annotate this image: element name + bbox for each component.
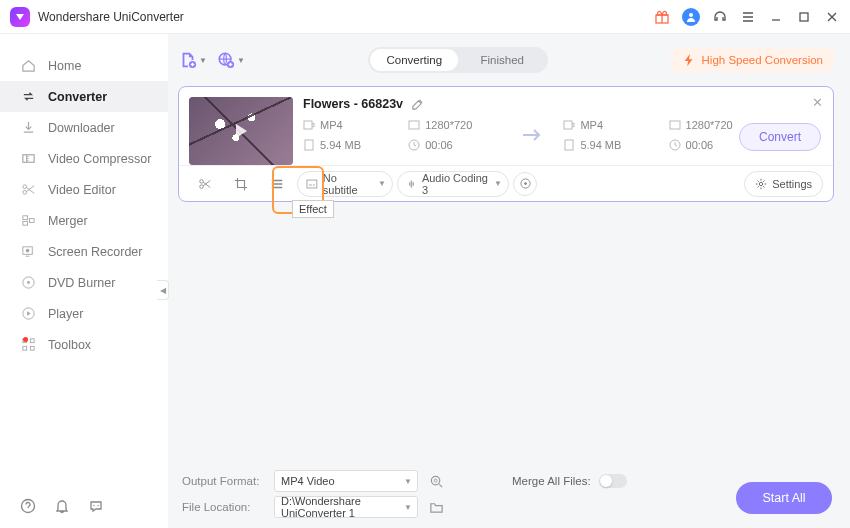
video-thumbnail[interactable]: [189, 97, 293, 165]
svg-rect-16: [22, 346, 26, 350]
compress-icon: [20, 151, 36, 167]
audio-value: Audio Coding 3: [422, 172, 490, 196]
video-icon: [563, 119, 575, 131]
tab-converting[interactable]: Converting: [370, 49, 458, 71]
avatar-icon[interactable]: [682, 8, 700, 26]
sidebar-item-recorder[interactable]: Screen Recorder: [0, 236, 168, 267]
info-button[interactable]: [513, 172, 537, 196]
tab-finished[interactable]: Finished: [458, 49, 546, 71]
subtitle-icon: [306, 178, 318, 190]
converter-icon: [20, 89, 36, 105]
settings-button[interactable]: Settings: [744, 171, 823, 197]
file-toolbar: No subtitle▼ Audio Coding 3▼ Settings: [179, 165, 833, 201]
sidebar-item-downloader[interactable]: Downloader: [0, 112, 168, 143]
audio-select[interactable]: Audio Coding 3▼: [397, 171, 509, 197]
add-url-button[interactable]: ▼: [216, 46, 246, 74]
file-location-label: File Location:: [182, 501, 264, 513]
svg-rect-24: [304, 121, 312, 129]
video-icon: [303, 119, 315, 131]
sidebar-item-label: Video Compressor: [48, 152, 151, 166]
src-res: 1280*720: [425, 119, 472, 131]
app-logo-icon: [10, 7, 30, 27]
start-all-button[interactable]: Start All: [736, 482, 832, 514]
file-location-select[interactable]: D:\Wondershare UniConverter 1▼: [274, 496, 418, 518]
sidebar-item-dvd[interactable]: DVD Burner: [0, 267, 168, 298]
svg-point-19: [93, 505, 94, 506]
main-panel: ▼ ▼ Converting Finished High Speed Conve…: [168, 34, 850, 528]
size-icon: [563, 139, 575, 151]
disc-icon: [20, 275, 36, 291]
merge-toggle[interactable]: [599, 474, 627, 488]
svg-rect-6: [22, 216, 27, 220]
dst-dur: 00:06: [686, 139, 714, 151]
output-format-label: Output Format:: [182, 475, 264, 487]
support-icon[interactable]: [712, 9, 728, 25]
convert-button[interactable]: Convert: [739, 123, 821, 151]
close-icon[interactable]: [824, 9, 840, 25]
svg-point-40: [760, 182, 763, 185]
bell-icon[interactable]: [54, 498, 70, 514]
sidebar-item-label: Player: [48, 307, 83, 321]
tab-segmented-control: Converting Finished: [368, 47, 548, 73]
sidebar-item-label: Merger: [48, 214, 88, 228]
feedback-icon[interactable]: [88, 498, 104, 514]
sidebar-item-player[interactable]: Player: [0, 298, 168, 329]
trim-button[interactable]: [189, 171, 221, 197]
play-icon: [20, 306, 36, 322]
svg-rect-33: [565, 140, 573, 150]
download-icon: [20, 120, 36, 136]
clock-icon: [408, 139, 420, 151]
effect-tooltip: Effect: [292, 200, 334, 218]
add-file-button[interactable]: ▼: [178, 46, 208, 74]
sidebar-collapse-toggle[interactable]: ◀: [157, 280, 169, 300]
remove-file-icon[interactable]: ✕: [812, 95, 823, 110]
svg-point-35: [200, 179, 204, 183]
dst-res: 1280*720: [686, 119, 733, 131]
sidebar-item-toolbox[interactable]: Toolbox: [0, 329, 168, 360]
minimize-icon[interactable]: [768, 9, 784, 25]
dst-size: 5.94 MB: [580, 139, 621, 151]
high-speed-conversion-button[interactable]: High Speed Conversion: [671, 48, 834, 72]
file-card: ✕ Flowers - 66823v MP4 1280*720 MP4: [178, 86, 834, 202]
merge-icon: [20, 213, 36, 229]
maximize-icon[interactable]: [796, 9, 812, 25]
svg-point-5: [22, 190, 26, 194]
size-icon: [303, 139, 315, 151]
play-icon: [236, 124, 247, 138]
subtitle-select[interactable]: No subtitle▼: [297, 171, 393, 197]
open-folder-icon[interactable]: [428, 499, 444, 515]
output-preview-icon[interactable]: [428, 473, 444, 489]
svg-point-41: [431, 476, 439, 484]
effect-button[interactable]: [261, 171, 293, 197]
sidebar-item-merger[interactable]: Merger: [0, 205, 168, 236]
svg-rect-25: [409, 121, 419, 129]
svg-point-42: [434, 479, 437, 482]
gift-icon[interactable]: [654, 9, 670, 25]
sidebar-item-label: Screen Recorder: [48, 245, 143, 259]
menu-icon[interactable]: [740, 9, 756, 25]
resolution-icon: [408, 119, 420, 131]
subtitle-value: No subtitle: [323, 172, 374, 196]
help-icon[interactable]: [20, 498, 36, 514]
sidebar-item-label: DVD Burner: [48, 276, 115, 290]
sidebar-item-compressor[interactable]: Video Compressor: [0, 143, 168, 174]
src-size: 5.94 MB: [320, 139, 361, 151]
sidebar-item-converter[interactable]: Converter: [0, 81, 168, 112]
sidebar-item-home[interactable]: Home: [0, 50, 168, 81]
home-icon: [20, 58, 36, 74]
sidebar-item-editor[interactable]: Video Editor: [0, 174, 168, 205]
svg-point-36: [200, 184, 204, 188]
rename-icon[interactable]: [411, 98, 424, 111]
svg-point-1: [689, 13, 693, 17]
scissors-icon: [20, 182, 36, 198]
src-dur: 00:06: [425, 139, 453, 151]
svg-point-20: [97, 505, 98, 506]
svg-rect-26: [564, 121, 572, 129]
svg-point-12: [27, 281, 30, 284]
svg-rect-31: [305, 140, 313, 150]
file-title: Flowers - 66823v: [303, 97, 403, 111]
svg-rect-27: [670, 121, 680, 129]
record-icon: [20, 244, 36, 260]
output-format-select[interactable]: MP4 Video▼: [274, 470, 418, 492]
crop-button[interactable]: [225, 171, 257, 197]
